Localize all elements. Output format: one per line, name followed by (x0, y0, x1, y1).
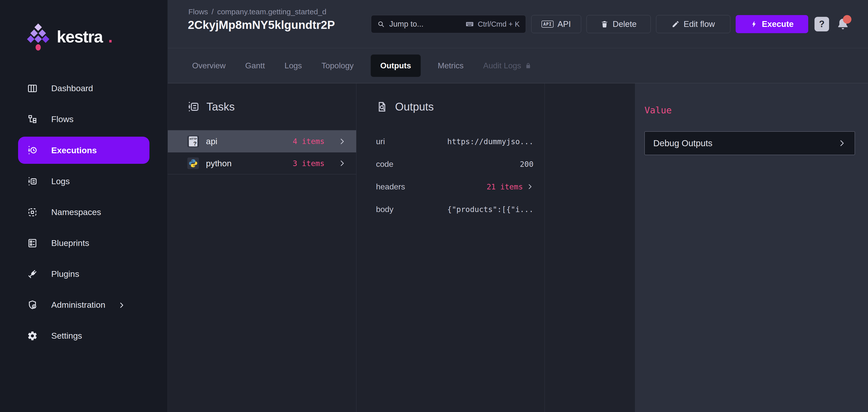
outputs-panel-header: Outputs (356, 83, 545, 130)
tab-gantt[interactable]: Gantt (245, 61, 265, 70)
logs-icon (27, 176, 38, 187)
output-key: body (376, 205, 393, 214)
sidebar-item-label: Blueprints (51, 238, 89, 248)
sidebar-item-namespaces[interactable]: Namespaces (0, 197, 167, 228)
sidebar-item-plugins[interactable]: Plugins (0, 259, 167, 289)
dashboard-icon (27, 83, 38, 94)
outputs-panel-title: Outputs (395, 100, 434, 113)
sidebar-item-logs[interactable]: Logs (0, 166, 167, 197)
tasks-list-icon (187, 101, 199, 113)
chevron-right-icon (838, 139, 846, 147)
python-task-icon (187, 157, 199, 169)
output-expand-link[interactable]: 21 items (487, 182, 534, 191)
sidebar-item-label: Administration (51, 300, 105, 310)
output-row-headers[interactable]: headers 21 items (356, 175, 545, 198)
output-key: uri (376, 137, 385, 146)
executions-timeline-clock-icon (27, 145, 38, 155)
sidebar-item-flows[interactable]: Flows (0, 104, 167, 135)
output-row-uri: uri https://dummyjso... (356, 130, 545, 153)
task-items-count: 4 items (293, 137, 324, 146)
administration-shield-icon (27, 300, 38, 310)
top-bar: Flows/company.team.getting_started_d 2Ck… (168, 0, 868, 48)
value-panel: Value Debug Outputs (635, 83, 868, 412)
kestra-wordmark-dot: . (108, 27, 113, 46)
tab-outputs[interactable]: Outputs (371, 55, 421, 77)
breadcrumb-separator: / (212, 7, 214, 16)
api-button[interactable]: API API (531, 15, 581, 33)
search-shortcut: Ctrl/Cmd + K (465, 20, 520, 29)
sidebar: kestra. Dashboard Flows Executions Logs (0, 0, 168, 412)
tab-audit-logs[interactable]: Audit Logs (483, 61, 532, 70)
header-actions: Jump to... Ctrl/Cmd + K API API Delete E… (371, 15, 850, 33)
sidebar-item-label: Logs (51, 176, 70, 186)
kestra-logo[interactable]: kestra. (0, 0, 167, 52)
task-row-python[interactable]: python 3 items (168, 152, 356, 174)
sidebar-item-administration[interactable]: Administration (0, 289, 167, 320)
value-label: Value (645, 105, 868, 115)
sidebar-nav: Dashboard Flows Executions Logs Namespac… (0, 73, 167, 351)
output-row-code: code 200 (356, 153, 545, 175)
chevron-right-icon (526, 183, 533, 190)
sidebar-item-label: Dashboard (51, 83, 93, 93)
breadcrumb-flows-link[interactable]: Flows (188, 7, 208, 16)
http-task-icon: HTTP ? (187, 136, 199, 147)
task-name: python (206, 158, 231, 168)
question-mark-icon: ? (819, 19, 825, 29)
pencil-icon (672, 20, 680, 28)
file-search-icon (376, 101, 388, 113)
outputs-panel: Outputs uri https://dummyjso... code 200… (356, 83, 545, 412)
settings-gear-icon (27, 331, 38, 341)
tab-topology[interactable]: Topology (321, 61, 353, 70)
help-button[interactable]: ? (814, 17, 829, 31)
lock-icon (525, 62, 532, 69)
outputs-content: Tasks HTTP ? api 4 items pyth (168, 83, 868, 412)
execution-id-title: 2CkyjMp8mNY5klgundtr2P (188, 18, 335, 32)
notifications-button[interactable] (836, 17, 850, 31)
plugins-plug-icon (27, 269, 38, 279)
tasks-panel-title: Tasks (207, 100, 235, 113)
output-value: https://dummyjso... (447, 137, 533, 146)
api-badge-icon: API (541, 21, 554, 28)
chevron-right-icon (118, 301, 125, 309)
kestra-logomark-icon (27, 21, 50, 52)
sidebar-item-label: Flows (51, 114, 73, 124)
trash-icon (600, 20, 609, 28)
task-row-api[interactable]: HTTP ? api 4 items (168, 130, 356, 152)
sidebar-item-label: Settings (51, 331, 82, 341)
output-key: headers (376, 182, 405, 192)
tasks-panel: Tasks HTTP ? api 4 items pyth (168, 83, 356, 412)
sidebar-item-label: Namespaces (51, 207, 101, 217)
kestra-wordmark: kestra (57, 27, 103, 46)
chevron-right-icon (338, 159, 346, 167)
output-key: code (376, 159, 393, 169)
sidebar-item-label: Executions (51, 145, 97, 155)
execution-tabs: Overview Gantt Logs Topology Outputs Met… (168, 48, 868, 83)
execute-button[interactable]: Execute (736, 15, 808, 33)
breadcrumb-flow-link[interactable]: company.team.getting_started_d (217, 7, 327, 16)
task-name: api (206, 137, 217, 146)
edit-flow-button[interactable]: Edit flow (656, 15, 731, 33)
tab-overview[interactable]: Overview (192, 61, 225, 70)
sidebar-item-executions[interactable]: Executions (18, 137, 149, 164)
sidebar-item-dashboard[interactable]: Dashboard (0, 73, 167, 104)
sidebar-item-label: Plugins (51, 269, 80, 279)
notification-badge (843, 15, 851, 24)
keyboard-icon (465, 20, 474, 29)
lightning-bolt-icon (750, 20, 758, 28)
sidebar-item-settings[interactable]: Settings (0, 320, 167, 351)
debug-outputs-button[interactable]: Debug Outputs (645, 131, 855, 155)
namespaces-icon (27, 207, 38, 217)
flows-tree-icon (27, 114, 38, 125)
jump-to-search[interactable]: Jump to... Ctrl/Cmd + K (371, 15, 526, 33)
tab-metrics[interactable]: Metrics (438, 61, 464, 70)
task-items-count: 3 items (293, 159, 324, 168)
tab-logs[interactable]: Logs (285, 61, 302, 70)
sidebar-item-blueprints[interactable]: Blueprints (0, 228, 167, 259)
blueprints-icon (27, 238, 38, 248)
search-placeholder: Jump to... (389, 20, 424, 29)
delete-button[interactable]: Delete (586, 15, 651, 33)
output-value: {"products":[{"i... (447, 205, 533, 214)
tasks-panel-header: Tasks (168, 83, 356, 130)
chevron-right-icon (338, 138, 346, 145)
search-icon (377, 20, 385, 28)
